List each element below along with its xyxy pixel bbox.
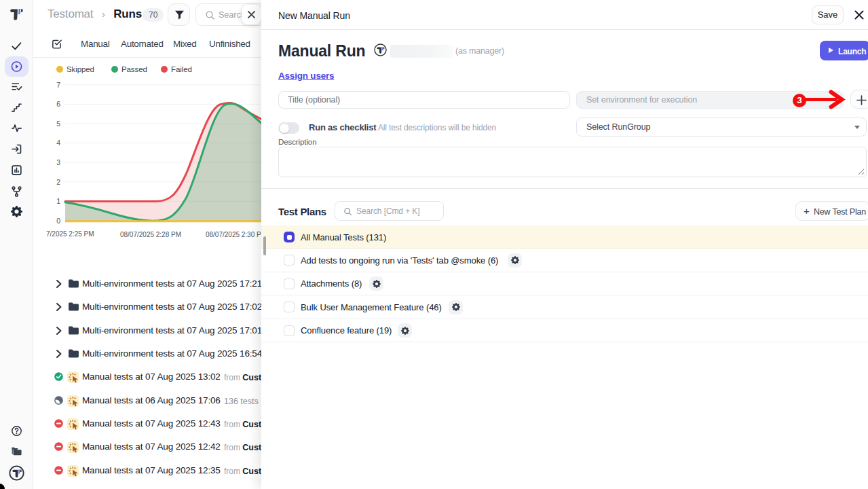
svg-text:7: 7 [56, 81, 60, 89]
svg-text:4: 4 [56, 139, 60, 147]
svg-text:5: 5 [56, 120, 60, 128]
svg-text:1: 1 [56, 197, 60, 205]
svg-text:08/07/2025 2:28 PM: 08/07/2025 2:28 PM [120, 231, 181, 238]
svg-text:08/07/2025 2:30 PM: 08/07/2025 2:30 PM [206, 231, 267, 238]
svg-text:0: 0 [56, 217, 60, 225]
svg-text:2: 2 [56, 178, 60, 186]
svg-text:3: 3 [56, 158, 60, 166]
svg-text:7/2025 2:25 PM: 7/2025 2:25 PM [46, 230, 94, 238]
svg-text:6: 6 [56, 100, 60, 108]
